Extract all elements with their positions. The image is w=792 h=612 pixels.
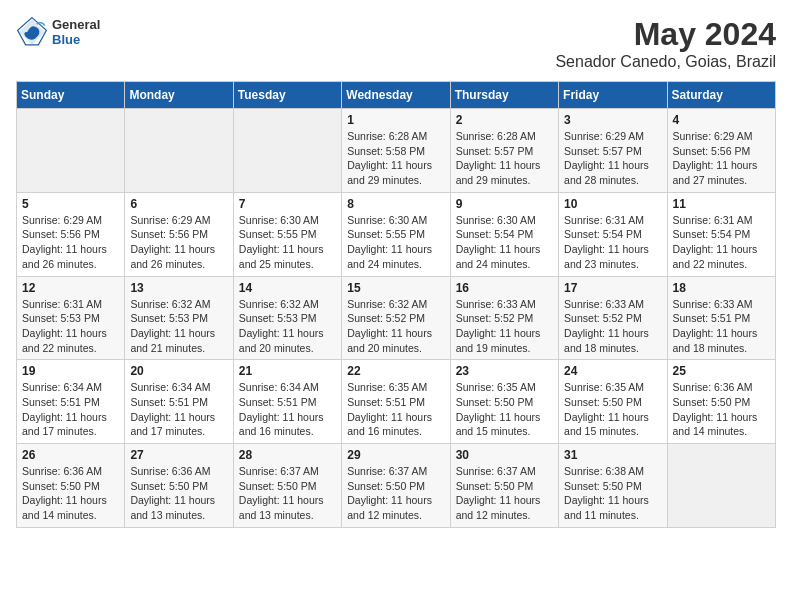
day-info: Sunrise: 6:37 AM Sunset: 5:50 PM Dayligh… xyxy=(239,464,336,523)
calendar-cell: 19Sunrise: 6:34 AM Sunset: 5:51 PM Dayli… xyxy=(17,360,125,444)
calendar-cell: 24Sunrise: 6:35 AM Sunset: 5:50 PM Dayli… xyxy=(559,360,667,444)
calendar-cell: 7Sunrise: 6:30 AM Sunset: 5:55 PM Daylig… xyxy=(233,192,341,276)
logo-general: General xyxy=(52,17,100,32)
day-number: 12 xyxy=(22,281,119,295)
calendar-cell: 17Sunrise: 6:33 AM Sunset: 5:52 PM Dayli… xyxy=(559,276,667,360)
calendar-week-1: 1Sunrise: 6:28 AM Sunset: 5:58 PM Daylig… xyxy=(17,109,776,193)
calendar-cell: 27Sunrise: 6:36 AM Sunset: 5:50 PM Dayli… xyxy=(125,444,233,528)
logo: General Blue xyxy=(16,16,100,48)
day-number: 6 xyxy=(130,197,227,211)
day-info: Sunrise: 6:33 AM Sunset: 5:52 PM Dayligh… xyxy=(564,297,661,356)
calendar-weekday-sunday: Sunday xyxy=(17,82,125,109)
day-info: Sunrise: 6:28 AM Sunset: 5:58 PM Dayligh… xyxy=(347,129,444,188)
day-info: Sunrise: 6:29 AM Sunset: 5:56 PM Dayligh… xyxy=(130,213,227,272)
calendar-cell xyxy=(125,109,233,193)
day-number: 13 xyxy=(130,281,227,295)
day-number: 30 xyxy=(456,448,553,462)
calendar-weekday-saturday: Saturday xyxy=(667,82,775,109)
day-number: 22 xyxy=(347,364,444,378)
calendar-weekday-monday: Monday xyxy=(125,82,233,109)
page-header: General Blue May 2024 Senador Canedo, Go… xyxy=(16,16,776,71)
day-number: 31 xyxy=(564,448,661,462)
day-number: 8 xyxy=(347,197,444,211)
day-number: 17 xyxy=(564,281,661,295)
day-number: 2 xyxy=(456,113,553,127)
day-info: Sunrise: 6:38 AM Sunset: 5:50 PM Dayligh… xyxy=(564,464,661,523)
day-number: 20 xyxy=(130,364,227,378)
day-info: Sunrise: 6:33 AM Sunset: 5:51 PM Dayligh… xyxy=(673,297,770,356)
calendar-cell: 28Sunrise: 6:37 AM Sunset: 5:50 PM Dayli… xyxy=(233,444,341,528)
calendar-table: SundayMondayTuesdayWednesdayThursdayFrid… xyxy=(16,81,776,528)
day-info: Sunrise: 6:31 AM Sunset: 5:53 PM Dayligh… xyxy=(22,297,119,356)
calendar-cell: 2Sunrise: 6:28 AM Sunset: 5:57 PM Daylig… xyxy=(450,109,558,193)
calendar-cell: 21Sunrise: 6:34 AM Sunset: 5:51 PM Dayli… xyxy=(233,360,341,444)
day-number: 4 xyxy=(673,113,770,127)
day-number: 24 xyxy=(564,364,661,378)
calendar-cell: 23Sunrise: 6:35 AM Sunset: 5:50 PM Dayli… xyxy=(450,360,558,444)
calendar-cell: 29Sunrise: 6:37 AM Sunset: 5:50 PM Dayli… xyxy=(342,444,450,528)
day-number: 11 xyxy=(673,197,770,211)
day-number: 10 xyxy=(564,197,661,211)
calendar-weekday-friday: Friday xyxy=(559,82,667,109)
day-number: 16 xyxy=(456,281,553,295)
day-info: Sunrise: 6:29 AM Sunset: 5:56 PM Dayligh… xyxy=(22,213,119,272)
day-info: Sunrise: 6:35 AM Sunset: 5:51 PM Dayligh… xyxy=(347,380,444,439)
calendar-cell xyxy=(17,109,125,193)
calendar-weekday-tuesday: Tuesday xyxy=(233,82,341,109)
day-number: 23 xyxy=(456,364,553,378)
calendar-cell: 10Sunrise: 6:31 AM Sunset: 5:54 PM Dayli… xyxy=(559,192,667,276)
day-number: 5 xyxy=(22,197,119,211)
calendar-cell: 5Sunrise: 6:29 AM Sunset: 5:56 PM Daylig… xyxy=(17,192,125,276)
day-info: Sunrise: 6:32 AM Sunset: 5:53 PM Dayligh… xyxy=(239,297,336,356)
calendar-cell xyxy=(667,444,775,528)
calendar-cell: 9Sunrise: 6:30 AM Sunset: 5:54 PM Daylig… xyxy=(450,192,558,276)
day-info: Sunrise: 6:34 AM Sunset: 5:51 PM Dayligh… xyxy=(130,380,227,439)
day-info: Sunrise: 6:37 AM Sunset: 5:50 PM Dayligh… xyxy=(347,464,444,523)
page-subtitle: Senador Canedo, Goias, Brazil xyxy=(555,53,776,71)
day-info: Sunrise: 6:36 AM Sunset: 5:50 PM Dayligh… xyxy=(22,464,119,523)
day-info: Sunrise: 6:32 AM Sunset: 5:52 PM Dayligh… xyxy=(347,297,444,356)
calendar-cell: 11Sunrise: 6:31 AM Sunset: 5:54 PM Dayli… xyxy=(667,192,775,276)
calendar-cell: 12Sunrise: 6:31 AM Sunset: 5:53 PM Dayli… xyxy=(17,276,125,360)
day-info: Sunrise: 6:30 AM Sunset: 5:55 PM Dayligh… xyxy=(347,213,444,272)
calendar-cell: 1Sunrise: 6:28 AM Sunset: 5:58 PM Daylig… xyxy=(342,109,450,193)
day-number: 28 xyxy=(239,448,336,462)
day-number: 15 xyxy=(347,281,444,295)
calendar-cell: 25Sunrise: 6:36 AM Sunset: 5:50 PM Dayli… xyxy=(667,360,775,444)
calendar-cell: 18Sunrise: 6:33 AM Sunset: 5:51 PM Dayli… xyxy=(667,276,775,360)
calendar-cell: 31Sunrise: 6:38 AM Sunset: 5:50 PM Dayli… xyxy=(559,444,667,528)
calendar-cell: 30Sunrise: 6:37 AM Sunset: 5:50 PM Dayli… xyxy=(450,444,558,528)
day-number: 21 xyxy=(239,364,336,378)
calendar-cell: 20Sunrise: 6:34 AM Sunset: 5:51 PM Dayli… xyxy=(125,360,233,444)
calendar-week-3: 12Sunrise: 6:31 AM Sunset: 5:53 PM Dayli… xyxy=(17,276,776,360)
day-number: 25 xyxy=(673,364,770,378)
calendar-cell xyxy=(233,109,341,193)
day-info: Sunrise: 6:33 AM Sunset: 5:52 PM Dayligh… xyxy=(456,297,553,356)
calendar-cell: 8Sunrise: 6:30 AM Sunset: 5:55 PM Daylig… xyxy=(342,192,450,276)
page-title: May 2024 xyxy=(555,16,776,53)
day-info: Sunrise: 6:29 AM Sunset: 5:56 PM Dayligh… xyxy=(673,129,770,188)
day-info: Sunrise: 6:31 AM Sunset: 5:54 PM Dayligh… xyxy=(564,213,661,272)
day-number: 9 xyxy=(456,197,553,211)
day-number: 26 xyxy=(22,448,119,462)
day-info: Sunrise: 6:34 AM Sunset: 5:51 PM Dayligh… xyxy=(22,380,119,439)
day-info: Sunrise: 6:32 AM Sunset: 5:53 PM Dayligh… xyxy=(130,297,227,356)
day-info: Sunrise: 6:37 AM Sunset: 5:50 PM Dayligh… xyxy=(456,464,553,523)
day-info: Sunrise: 6:34 AM Sunset: 5:51 PM Dayligh… xyxy=(239,380,336,439)
day-number: 27 xyxy=(130,448,227,462)
logo-blue: Blue xyxy=(52,32,100,47)
title-block: May 2024 Senador Canedo, Goias, Brazil xyxy=(555,16,776,71)
calendar-weekday-thursday: Thursday xyxy=(450,82,558,109)
calendar-cell: 13Sunrise: 6:32 AM Sunset: 5:53 PM Dayli… xyxy=(125,276,233,360)
day-number: 14 xyxy=(239,281,336,295)
calendar-cell: 3Sunrise: 6:29 AM Sunset: 5:57 PM Daylig… xyxy=(559,109,667,193)
day-info: Sunrise: 6:31 AM Sunset: 5:54 PM Dayligh… xyxy=(673,213,770,272)
day-number: 29 xyxy=(347,448,444,462)
day-info: Sunrise: 6:28 AM Sunset: 5:57 PM Dayligh… xyxy=(456,129,553,188)
calendar-weekday-wednesday: Wednesday xyxy=(342,82,450,109)
day-info: Sunrise: 6:29 AM Sunset: 5:57 PM Dayligh… xyxy=(564,129,661,188)
calendar-week-5: 26Sunrise: 6:36 AM Sunset: 5:50 PM Dayli… xyxy=(17,444,776,528)
calendar-cell: 4Sunrise: 6:29 AM Sunset: 5:56 PM Daylig… xyxy=(667,109,775,193)
day-number: 18 xyxy=(673,281,770,295)
day-info: Sunrise: 6:35 AM Sunset: 5:50 PM Dayligh… xyxy=(456,380,553,439)
